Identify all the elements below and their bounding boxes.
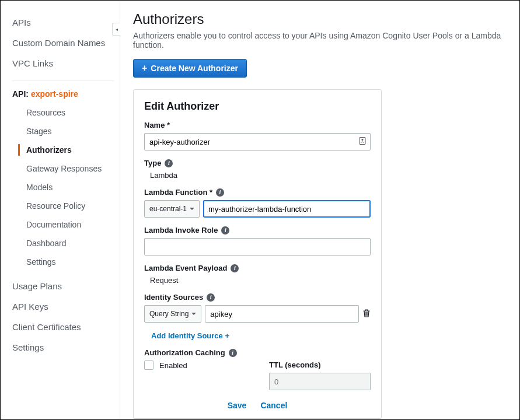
info-icon[interactable]: i	[207, 293, 215, 302]
lambda-function-label: Lambda Function *	[144, 188, 212, 197]
info-icon[interactable]: i	[229, 349, 237, 357]
main-content: Authorizers Authorizers enable you to co…	[120, 1, 519, 419]
subnav-models[interactable]: Models	[20, 178, 114, 197]
nav-apis[interactable]: APIs	[12, 12, 114, 33]
edit-authorizer-panel: Edit Authorizer Name * Type i Lambda	[133, 89, 382, 419]
chevron-down-icon	[191, 313, 196, 315]
contacts-icon	[359, 137, 366, 147]
subnav-resources[interactable]: Resources	[20, 103, 114, 122]
identity-type-dropdown[interactable]: Query String	[144, 305, 201, 323]
subnav-documentation[interactable]: Documentation	[20, 215, 114, 234]
svg-point-1	[362, 139, 364, 141]
event-payload-value: Request	[150, 276, 371, 285]
nav-client-certificates[interactable]: Client Certificates	[12, 317, 114, 337]
caching-enabled-checkbox[interactable]	[144, 360, 153, 370]
nav-settings[interactable]: Settings	[12, 337, 114, 358]
page-description: Authorizers enable you to control access…	[133, 31, 507, 50]
info-icon[interactable]: i	[231, 264, 239, 272]
name-input[interactable]	[144, 133, 371, 150]
event-payload-label: Lambda Event Payload	[144, 264, 227, 272]
add-identity-source-link[interactable]: Add Identity Source +	[151, 331, 229, 340]
subnav-stages[interactable]: Stages	[20, 122, 114, 141]
svg-rect-0	[360, 138, 365, 145]
identity-sources-label: Identity Sources	[144, 293, 203, 302]
chevron-down-icon	[190, 208, 194, 210]
api-prefix: API:	[12, 89, 31, 99]
identity-type-value: Query String	[149, 310, 189, 318]
ttl-label: TTL (seconds)	[269, 360, 371, 369]
page-title: Authorizers	[133, 11, 507, 27]
plus-icon: +	[142, 63, 147, 74]
info-icon[interactable]: i	[216, 188, 224, 197]
trash-icon[interactable]	[362, 309, 371, 320]
api-name[interactable]: export-spire	[31, 89, 78, 99]
subnav-authorizers[interactable]: Authorizers	[20, 141, 114, 159]
save-button[interactable]: Save	[228, 401, 247, 410]
type-label: Type	[144, 159, 161, 167]
subnav-settings[interactable]: Settings	[20, 253, 114, 271]
create-authorizer-label: Create New Authorizer	[151, 64, 238, 73]
lambda-region-dropdown[interactable]: eu-central-1	[144, 200, 200, 218]
collapse-sidebar-button[interactable]: ◂	[112, 23, 120, 36]
lambda-function-input[interactable]	[203, 200, 371, 218]
subnav-dashboard[interactable]: Dashboard	[20, 234, 114, 253]
cancel-button[interactable]: Cancel	[260, 401, 287, 410]
nav-custom-domain-names[interactable]: Custom Domain Names	[12, 33, 114, 53]
sidebar: ◂ APIs Custom Domain Names VPC Links API…	[1, 1, 120, 419]
info-icon[interactable]: i	[221, 226, 229, 235]
type-value: Lambda	[150, 171, 371, 180]
subnav-resource-policy[interactable]: Resource Policy	[20, 197, 114, 215]
create-authorizer-button[interactable]: + Create New Authorizer	[133, 59, 247, 78]
name-label: Name *	[144, 121, 371, 130]
subnav-gateway-responses[interactable]: Gateway Responses	[20, 159, 114, 178]
nav-vpc-links[interactable]: VPC Links	[12, 53, 114, 74]
nav-api-keys[interactable]: API Keys	[12, 296, 114, 317]
invoke-role-label: Lambda Invoke Role	[144, 226, 218, 235]
info-icon[interactable]: i	[165, 159, 173, 167]
divider	[12, 80, 114, 81]
lambda-region-value: eu-central-1	[149, 205, 187, 213]
caching-enabled-label: Enabled	[159, 361, 187, 370]
identity-key-input[interactable]	[205, 305, 359, 323]
api-sub-nav: Resources Stages Authorizers Gateway Res…	[20, 103, 114, 271]
nav-usage-plans[interactable]: Usage Plans	[12, 276, 114, 296]
current-api-label: API: export-spire	[12, 89, 114, 99]
auth-caching-label: Authorization Caching	[144, 348, 225, 357]
invoke-role-input[interactable]	[144, 238, 371, 256]
ttl-input	[269, 373, 371, 390]
panel-title: Edit Authorizer	[144, 100, 371, 113]
